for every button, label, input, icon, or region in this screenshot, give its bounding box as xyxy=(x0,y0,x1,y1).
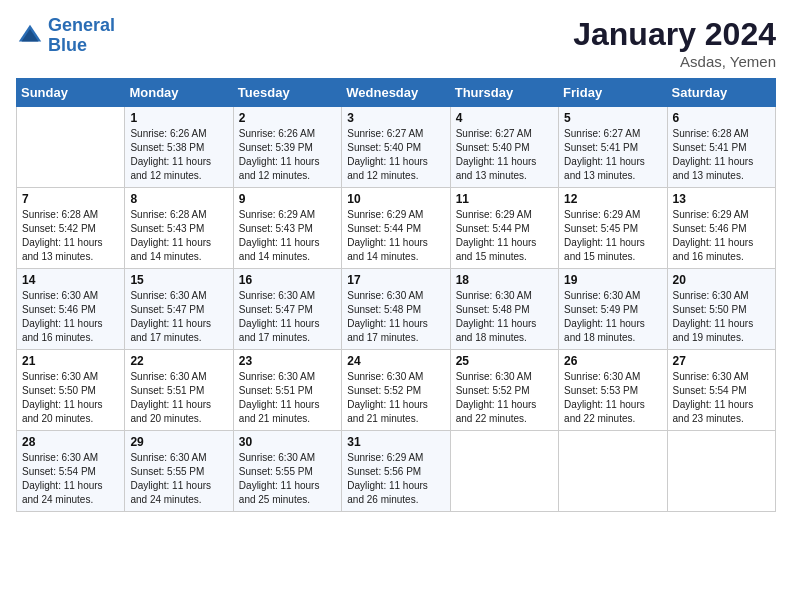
day-info: Sunrise: 6:29 AM Sunset: 5:44 PM Dayligh… xyxy=(347,208,444,264)
day-info: Sunrise: 6:30 AM Sunset: 5:54 PM Dayligh… xyxy=(673,370,770,426)
day-info: Sunrise: 6:29 AM Sunset: 5:44 PM Dayligh… xyxy=(456,208,553,264)
day-number: 3 xyxy=(347,111,444,125)
day-header: Wednesday xyxy=(342,79,450,107)
day-info: Sunrise: 6:28 AM Sunset: 5:41 PM Dayligh… xyxy=(673,127,770,183)
day-info: Sunrise: 6:30 AM Sunset: 5:47 PM Dayligh… xyxy=(239,289,336,345)
calendar-cell: 29 Sunrise: 6:30 AM Sunset: 5:55 PM Dayl… xyxy=(125,431,233,512)
day-header: Monday xyxy=(125,79,233,107)
calendar-week-row: 21 Sunrise: 6:30 AM Sunset: 5:50 PM Dayl… xyxy=(17,350,776,431)
day-info: Sunrise: 6:30 AM Sunset: 5:54 PM Dayligh… xyxy=(22,451,119,507)
day-number: 31 xyxy=(347,435,444,449)
day-info: Sunrise: 6:30 AM Sunset: 5:52 PM Dayligh… xyxy=(347,370,444,426)
day-info: Sunrise: 6:30 AM Sunset: 5:48 PM Dayligh… xyxy=(347,289,444,345)
calendar-cell: 18 Sunrise: 6:30 AM Sunset: 5:48 PM Dayl… xyxy=(450,269,558,350)
day-info: Sunrise: 6:30 AM Sunset: 5:48 PM Dayligh… xyxy=(456,289,553,345)
calendar-cell: 8 Sunrise: 6:28 AM Sunset: 5:43 PM Dayli… xyxy=(125,188,233,269)
calendar-cell: 4 Sunrise: 6:27 AM Sunset: 5:40 PM Dayli… xyxy=(450,107,558,188)
calendar-cell: 26 Sunrise: 6:30 AM Sunset: 5:53 PM Dayl… xyxy=(559,350,667,431)
calendar-week-row: 7 Sunrise: 6:28 AM Sunset: 5:42 PM Dayli… xyxy=(17,188,776,269)
calendar-cell: 10 Sunrise: 6:29 AM Sunset: 5:44 PM Dayl… xyxy=(342,188,450,269)
day-number: 13 xyxy=(673,192,770,206)
day-info: Sunrise: 6:28 AM Sunset: 5:42 PM Dayligh… xyxy=(22,208,119,264)
calendar-cell: 14 Sunrise: 6:30 AM Sunset: 5:46 PM Dayl… xyxy=(17,269,125,350)
calendar-cell: 28 Sunrise: 6:30 AM Sunset: 5:54 PM Dayl… xyxy=(17,431,125,512)
calendar-cell xyxy=(450,431,558,512)
day-info: Sunrise: 6:30 AM Sunset: 5:47 PM Dayligh… xyxy=(130,289,227,345)
title-block: January 2024 Asdas, Yemen xyxy=(573,16,776,70)
day-number: 8 xyxy=(130,192,227,206)
calendar-cell: 6 Sunrise: 6:28 AM Sunset: 5:41 PM Dayli… xyxy=(667,107,775,188)
day-number: 12 xyxy=(564,192,661,206)
calendar-cell xyxy=(559,431,667,512)
day-info: Sunrise: 6:30 AM Sunset: 5:55 PM Dayligh… xyxy=(130,451,227,507)
day-info: Sunrise: 6:30 AM Sunset: 5:50 PM Dayligh… xyxy=(22,370,119,426)
calendar-week-row: 1 Sunrise: 6:26 AM Sunset: 5:38 PM Dayli… xyxy=(17,107,776,188)
calendar-cell: 25 Sunrise: 6:30 AM Sunset: 5:52 PM Dayl… xyxy=(450,350,558,431)
day-header: Sunday xyxy=(17,79,125,107)
calendar-cell xyxy=(17,107,125,188)
day-number: 17 xyxy=(347,273,444,287)
day-info: Sunrise: 6:30 AM Sunset: 5:46 PM Dayligh… xyxy=(22,289,119,345)
location: Asdas, Yemen xyxy=(573,53,776,70)
day-info: Sunrise: 6:29 AM Sunset: 5:46 PM Dayligh… xyxy=(673,208,770,264)
calendar-cell: 19 Sunrise: 6:30 AM Sunset: 5:49 PM Dayl… xyxy=(559,269,667,350)
day-number: 11 xyxy=(456,192,553,206)
day-number: 29 xyxy=(130,435,227,449)
logo: General Blue xyxy=(16,16,115,56)
day-info: Sunrise: 6:30 AM Sunset: 5:51 PM Dayligh… xyxy=(239,370,336,426)
day-number: 10 xyxy=(347,192,444,206)
calendar-cell: 11 Sunrise: 6:29 AM Sunset: 5:44 PM Dayl… xyxy=(450,188,558,269)
day-number: 19 xyxy=(564,273,661,287)
day-info: Sunrise: 6:30 AM Sunset: 5:55 PM Dayligh… xyxy=(239,451,336,507)
day-number: 21 xyxy=(22,354,119,368)
calendar-table: SundayMondayTuesdayWednesdayThursdayFrid… xyxy=(16,78,776,512)
day-number: 9 xyxy=(239,192,336,206)
day-number: 1 xyxy=(130,111,227,125)
calendar-week-row: 14 Sunrise: 6:30 AM Sunset: 5:46 PM Dayl… xyxy=(17,269,776,350)
day-number: 7 xyxy=(22,192,119,206)
day-header: Saturday xyxy=(667,79,775,107)
calendar-week-row: 28 Sunrise: 6:30 AM Sunset: 5:54 PM Dayl… xyxy=(17,431,776,512)
day-info: Sunrise: 6:29 AM Sunset: 5:43 PM Dayligh… xyxy=(239,208,336,264)
calendar-cell: 15 Sunrise: 6:30 AM Sunset: 5:47 PM Dayl… xyxy=(125,269,233,350)
day-info: Sunrise: 6:27 AM Sunset: 5:41 PM Dayligh… xyxy=(564,127,661,183)
day-header: Friday xyxy=(559,79,667,107)
day-number: 16 xyxy=(239,273,336,287)
day-number: 27 xyxy=(673,354,770,368)
day-number: 22 xyxy=(130,354,227,368)
calendar-cell: 30 Sunrise: 6:30 AM Sunset: 5:55 PM Dayl… xyxy=(233,431,341,512)
day-number: 4 xyxy=(456,111,553,125)
calendar-cell xyxy=(667,431,775,512)
day-info: Sunrise: 6:30 AM Sunset: 5:50 PM Dayligh… xyxy=(673,289,770,345)
day-number: 15 xyxy=(130,273,227,287)
day-info: Sunrise: 6:29 AM Sunset: 5:45 PM Dayligh… xyxy=(564,208,661,264)
page-header: General Blue January 2024 Asdas, Yemen xyxy=(16,16,776,70)
calendar-cell: 13 Sunrise: 6:29 AM Sunset: 5:46 PM Dayl… xyxy=(667,188,775,269)
day-number: 23 xyxy=(239,354,336,368)
day-number: 18 xyxy=(456,273,553,287)
day-number: 30 xyxy=(239,435,336,449)
day-info: Sunrise: 6:27 AM Sunset: 5:40 PM Dayligh… xyxy=(456,127,553,183)
day-number: 25 xyxy=(456,354,553,368)
calendar-cell: 27 Sunrise: 6:30 AM Sunset: 5:54 PM Dayl… xyxy=(667,350,775,431)
calendar-cell: 5 Sunrise: 6:27 AM Sunset: 5:41 PM Dayli… xyxy=(559,107,667,188)
calendar-cell: 23 Sunrise: 6:30 AM Sunset: 5:51 PM Dayl… xyxy=(233,350,341,431)
day-number: 28 xyxy=(22,435,119,449)
day-info: Sunrise: 6:26 AM Sunset: 5:39 PM Dayligh… xyxy=(239,127,336,183)
calendar-cell: 12 Sunrise: 6:29 AM Sunset: 5:45 PM Dayl… xyxy=(559,188,667,269)
calendar-cell: 9 Sunrise: 6:29 AM Sunset: 5:43 PM Dayli… xyxy=(233,188,341,269)
day-info: Sunrise: 6:30 AM Sunset: 5:52 PM Dayligh… xyxy=(456,370,553,426)
calendar-cell: 20 Sunrise: 6:30 AM Sunset: 5:50 PM Dayl… xyxy=(667,269,775,350)
calendar-cell: 21 Sunrise: 6:30 AM Sunset: 5:50 PM Dayl… xyxy=(17,350,125,431)
day-info: Sunrise: 6:26 AM Sunset: 5:38 PM Dayligh… xyxy=(130,127,227,183)
calendar-cell: 22 Sunrise: 6:30 AM Sunset: 5:51 PM Dayl… xyxy=(125,350,233,431)
day-number: 20 xyxy=(673,273,770,287)
calendar-cell: 7 Sunrise: 6:28 AM Sunset: 5:42 PM Dayli… xyxy=(17,188,125,269)
day-info: Sunrise: 6:29 AM Sunset: 5:56 PM Dayligh… xyxy=(347,451,444,507)
month-title: January 2024 xyxy=(573,16,776,53)
calendar-cell: 16 Sunrise: 6:30 AM Sunset: 5:47 PM Dayl… xyxy=(233,269,341,350)
day-number: 5 xyxy=(564,111,661,125)
calendar-cell: 17 Sunrise: 6:30 AM Sunset: 5:48 PM Dayl… xyxy=(342,269,450,350)
day-header: Thursday xyxy=(450,79,558,107)
calendar-cell: 24 Sunrise: 6:30 AM Sunset: 5:52 PM Dayl… xyxy=(342,350,450,431)
